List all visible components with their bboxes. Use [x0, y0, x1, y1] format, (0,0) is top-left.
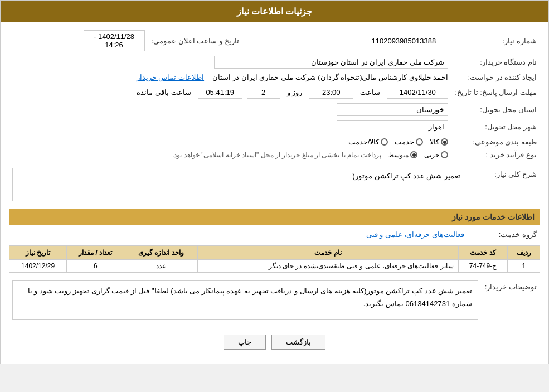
back-button[interactable]: بازگشت [271, 335, 325, 350]
deadline-row: 1402/11/30 ساعت 23:00 روز و 2 05:41:19 س… [9, 84, 451, 101]
days-label: روز و [287, 88, 303, 96]
need-desc-text: تعمیر شش عدد کپ تراکشن موتور( [353, 172, 460, 180]
th-unit: واحد اندازه گیری [124, 246, 198, 260]
th-date: تاریخ نیاز [9, 246, 67, 260]
deadline-time-field: 23:00 [309, 86, 353, 99]
announcement-date-value: 1402/11/28 - 14:26 [9, 28, 148, 54]
cell-unit: عدد [124, 260, 198, 273]
radio-kala-khedmat[interactable] [381, 138, 388, 146]
process-note-text: پرداخت تمام یا بخشی از مبلغ خریدار از مح… [172, 151, 381, 159]
cell-name: سایر فعالیت‌های حرفه‌ای، علمی و فنی طبقه… [198, 260, 458, 273]
buyer-org-label: نام دستگاه خریدار: [451, 54, 540, 71]
province-field: خوزستان [337, 103, 448, 116]
radio-kala[interactable] [441, 138, 448, 146]
category-kala-label: کالا [430, 138, 439, 146]
city-value: اهواز [9, 118, 451, 135]
deadline-days-field: 2 [247, 86, 280, 99]
process-jazii-label: جزیی [424, 151, 439, 159]
announcement-date-field: 1402/11/28 - 14:26 [84, 30, 145, 51]
need-desc-cell: تعمیر شش عدد کپ تراکشن موتور( [9, 166, 468, 204]
service-group-table: گروه خدمت: فعالیت‌های حرفه‌ای، علمی و فن… [9, 228, 540, 241]
services-section-header: اطلاعات خدمات مورد نیاز [9, 209, 540, 225]
time-label: ساعت [360, 88, 380, 96]
buyer-org-value: شرکت ملی حفاری ایران در استان خوزستان [9, 54, 451, 71]
deadline-label: مهلت ارسال پاسخ: تا تاریخ: [451, 84, 540, 101]
city-field: اهواز [337, 120, 448, 133]
category-options: کالا خدمت کالا/خدمت [9, 135, 451, 148]
process-option-jazii: جزیی [424, 151, 448, 159]
buyer-org-field: شرکت ملی حفاری ایران در استان خوزستان [214, 56, 448, 69]
main-content: شماره نیاز: 1102093985013388 تاریخ و ساع… [1, 22, 548, 364]
creator-text: احمد خلیلاوی کارشناس مالی(تنخواه گردان) … [212, 73, 449, 81]
process-motawaset-label: متوسط [388, 151, 409, 159]
buyer-note-text: تعمیر شش عدد کپ تراکشن موتور(کلیه هزینه … [28, 287, 472, 308]
buyer-note-table: توضیحات خریدار: تعمیر شش عدد کپ تراکشن م… [9, 278, 540, 322]
need-desc-table: شرح کلی نیاز: تعمیر شش عدد کپ تراکشن موت… [9, 166, 540, 204]
need-desc-label: شرح کلی نیاز: [468, 166, 540, 204]
services-table: ردیف کد خدمت نام خدمت واحد اندازه گیری ت… [9, 245, 540, 273]
province-label: استان محل تحویل: [451, 101, 540, 118]
cell-date: 1402/12/29 [9, 260, 67, 273]
need-number-value: 1102093985013388 [256, 28, 452, 54]
creator-label: ایجاد کننده در خواست: [451, 71, 540, 84]
need-desc-box: تعمیر شش عدد کپ تراکشن موتور( [12, 168, 464, 201]
category-khedmat-label: خدمت [395, 138, 414, 146]
radio-khedmat[interactable] [416, 138, 423, 146]
cell-qty: 6 [67, 260, 124, 273]
th-row: ردیف [508, 246, 540, 260]
service-group-value-cell: فعالیت‌های حرفه‌ای، علمی و فنی [9, 228, 468, 241]
info-table: شماره نیاز: 1102093985013388 تاریخ و ساع… [9, 28, 540, 161]
th-code: کد خدمت [458, 246, 508, 260]
need-number-field: 1102093985013388 [359, 35, 448, 47]
deadline-hours-field: 05:41:19 [198, 86, 242, 99]
buyer-note-label: توضیحات خریدار: [482, 278, 540, 322]
header-title: جزئیات اطلاعات نیاز [237, 7, 313, 16]
process-row: جزیی متوسط پرداخت تمام یا بخشی از مبلغ خ… [9, 148, 451, 161]
remaining-label: ساعت باقی مانده [137, 88, 191, 96]
city-label: شهر محل تحویل: [451, 118, 540, 135]
service-group-label: گروه خدمت: [468, 228, 540, 241]
province-value: خوزستان [9, 101, 451, 118]
buyer-note-box: تعمیر شش عدد کپ تراکشن موتور(کلیه هزینه … [12, 280, 478, 320]
need-number-label: شماره نیاز: [451, 28, 540, 54]
page-wrapper: جزئیات اطلاعات نیاز شماره نیاز: 11020939… [0, 0, 549, 364]
process-option-motawaset: متوسط [388, 151, 417, 159]
print-button[interactable]: چاپ [224, 335, 266, 350]
category-option-kala-khedmat: کالا/خدمت [348, 138, 388, 146]
category-option-khedmat: خدمت [395, 138, 423, 146]
category-label: طبقه بندی موضوعی: [451, 135, 540, 148]
cell-code: ج-749-74 [458, 260, 508, 273]
process-label: نوع فرآیند خرید : [451, 148, 540, 161]
deadline-date-field: 1402/11/30 [387, 86, 448, 99]
creator-link[interactable]: اطلاعات تماس خریدار [137, 73, 204, 81]
cell-row: 1 [508, 260, 540, 273]
category-option-kala: کالا [430, 138, 448, 146]
radio-jazii[interactable] [441, 151, 448, 158]
buyer-note-cell: تعمیر شش عدد کپ تراکشن موتور(کلیه هزینه … [9, 278, 482, 322]
creator-value: احمد خلیلاوی کارشناس مالی(تنخواه گردان) … [9, 71, 451, 84]
radio-motawaset[interactable] [410, 151, 417, 158]
table-row: 1 ج-749-74 سایر فعالیت‌های حرفه‌ای، علمی… [9, 260, 540, 273]
page-header: جزئیات اطلاعات نیاز [1, 1, 548, 22]
category-kala-khedmat-label: کالا/خدمت [348, 138, 380, 146]
service-group-link[interactable]: فعالیت‌های حرفه‌ای، علمی و فنی [366, 230, 464, 239]
bottom-buttons: بازگشت چاپ [9, 326, 540, 358]
announcement-label: تاریخ و ساعت اعلان عمومی: [148, 28, 256, 54]
th-name: نام خدمت [198, 246, 458, 260]
th-qty: تعداد / مقدار [67, 246, 124, 260]
